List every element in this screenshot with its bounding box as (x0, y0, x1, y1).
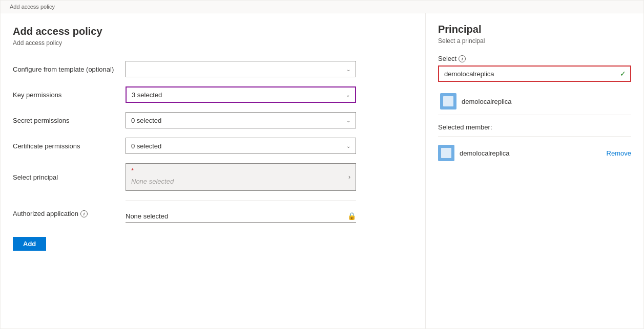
right-panel-subtitle: Select a principal (438, 37, 631, 45)
key-permissions-row: Key permissions 3 selected ⌄ (13, 86, 413, 103)
secret-permissions-value: 0 selected (131, 117, 161, 124)
configure-dropdown[interactable]: ⌄ (126, 61, 356, 77)
search-input[interactable] (438, 65, 631, 82)
avatar (440, 93, 456, 109)
secret-permissions-dropdown-wrapper: 0 selected ⌄ (126, 112, 356, 128)
key-permissions-label: Key permissions (13, 91, 126, 99)
form-divider (126, 200, 356, 201)
certificate-value: 0 selected (131, 142, 161, 150)
search-check-icon: ✓ (620, 70, 626, 78)
authorized-value: None selected (126, 212, 168, 220)
page-title: Add access policy (13, 26, 413, 37)
secret-permissions-label: Secret permissions (13, 117, 126, 124)
search-input-wrapper: ✓ (438, 65, 631, 82)
remove-button[interactable]: Remove (607, 149, 631, 157)
selected-avatar (438, 145, 454, 161)
result-item[interactable]: demolocalreplica (438, 88, 631, 115)
select-label: Select i (438, 55, 631, 62)
authorized-info-icon: i (80, 210, 88, 217)
left-panel: Add access policy Add access policy Conf… (1, 13, 426, 328)
selected-member-row: demolocalreplica Remove (438, 145, 631, 161)
configure-row: Configure from template (optional) ⌄ (13, 61, 413, 77)
configure-label: Configure from template (optional) (13, 65, 126, 73)
select-info-icon: i (459, 55, 466, 62)
principal-field[interactable]: * None selected › (126, 163, 356, 191)
certificate-dropdown-wrapper: 0 selected ⌄ (126, 138, 356, 154)
avatar-inner (443, 96, 453, 106)
right-panel: Principal Select a principal Select i ✓ … (426, 13, 643, 328)
breadcrumb: Add access policy (1, 1, 643, 13)
key-permissions-dropdown[interactable]: 3 selected ⌄ (126, 86, 356, 103)
selected-avatar-inner (441, 148, 451, 158)
certificate-label: Certificate permissions (13, 142, 126, 150)
certificate-permissions-row: Certificate permissions 0 selected ⌄ (13, 138, 413, 154)
right-panel-title: Principal (438, 24, 631, 35)
principal-chevron-right: › (348, 173, 350, 181)
result-list: demolocalreplica (438, 88, 631, 115)
secret-permissions-dropdown[interactable]: 0 selected ⌄ (126, 112, 356, 128)
configure-dropdown-arrow: ⌄ (346, 67, 350, 72)
key-permissions-value: 3 selected (132, 91, 162, 99)
principal-none-value: None selected (131, 176, 174, 187)
authorized-app-row: Authorized application i None selected 🔒 (13, 210, 413, 223)
authorized-field[interactable]: None selected 🔒 (126, 210, 356, 223)
secret-permissions-arrow: ⌄ (346, 118, 350, 123)
principal-field-left: * None selected (131, 167, 174, 187)
key-permissions-arrow: ⌄ (346, 92, 350, 98)
authorized-label: Authorized application i (13, 210, 126, 217)
required-star: * (131, 167, 174, 174)
page-subtitle: Add access policy (13, 39, 413, 47)
configure-dropdown-wrapper: ⌄ (126, 61, 356, 77)
key-permissions-dropdown-wrapper: 3 selected ⌄ (126, 86, 356, 103)
secret-permissions-row: Secret permissions 0 selected ⌄ (13, 112, 413, 128)
add-button[interactable]: Add (13, 237, 46, 251)
selected-member-label: Selected member: (438, 123, 631, 131)
select-principal-row: Select principal * None selected › (13, 163, 413, 191)
certificate-dropdown[interactable]: 0 selected ⌄ (126, 138, 356, 154)
select-principal-label: Select principal (13, 173, 126, 181)
result-name: demolocalreplica (462, 98, 512, 105)
certificate-arrow: ⌄ (346, 143, 350, 149)
lock-icon: 🔒 (347, 212, 356, 220)
selected-member-divider (438, 136, 631, 137)
principal-field-wrapper: * None selected › (126, 163, 356, 191)
selected-member-name: demolocalreplica (460, 149, 601, 157)
